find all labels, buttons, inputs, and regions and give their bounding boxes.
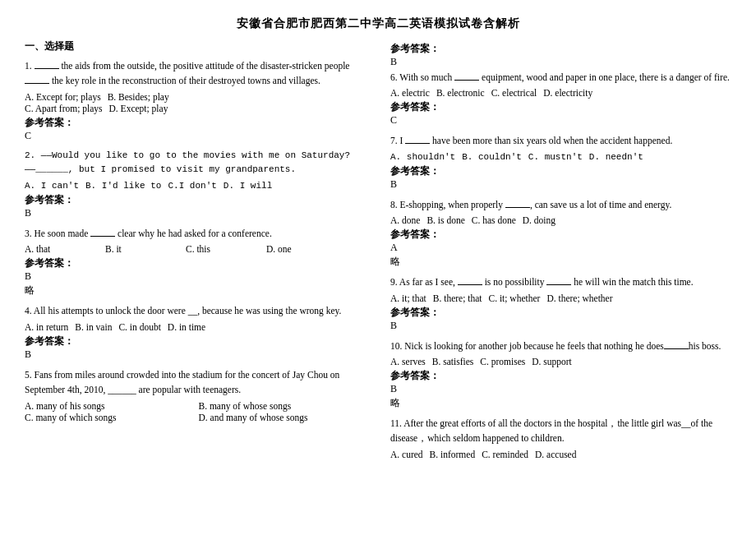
- q4-text: 4. All his attempts to unlock the door w…: [25, 303, 366, 318]
- q11-text: 11. After the great efforts of all the d…: [390, 416, 731, 446]
- question-3: 3. He soon made clear why he had asked f…: [25, 226, 366, 297]
- q10-options: A. serves B. satisfies C. promises D. su…: [390, 357, 731, 367]
- q1-options: A. Except for; plays B. Besides; play: [25, 92, 366, 102]
- q9-options: A. it; that B. there; that C. it; whethe…: [390, 293, 731, 303]
- page-title: 安徽省合肥市肥西第二中学高二英语模拟试卷含解析: [25, 16, 731, 31]
- question-8: 8. E-shopping, when properly , can save …: [390, 197, 731, 268]
- q9-answer-label: 参考答案：: [390, 306, 731, 320]
- q10-answer: B: [390, 383, 731, 395]
- q9-text: 9. As far as I see, is no possibility he…: [390, 274, 731, 289]
- q8-options: A. done B. is done C. has done D. doing: [390, 215, 731, 225]
- q3-text: 3. He soon made clear why he had asked f…: [25, 226, 366, 241]
- right-column: 参考答案： B 6. With so much equipment, wood …: [390, 39, 731, 466]
- q10-text: 10. Nick is looking for another job beca…: [390, 339, 731, 353]
- question-10: 10. Nick is looking for another job beca…: [390, 339, 731, 409]
- question-6: 6. With so much equipment, wood and pape…: [390, 70, 731, 127]
- q7-options: A. shouldn't B. couldn't C. mustn't D. n…: [390, 152, 731, 162]
- q8-text: 8. E-shopping, when properly , can save …: [390, 197, 731, 212]
- q4-answer-label: 参考答案：: [25, 334, 366, 348]
- q7-answer-label: 参考答案：: [390, 164, 731, 178]
- section1-title: 一、选择题: [25, 39, 366, 53]
- q3-answer-label: 参考答案：: [25, 256, 366, 270]
- q2-options: A. I can't B. I'd like to C.I don't D. I…: [25, 181, 366, 191]
- q1-answer: C: [25, 130, 366, 142]
- q10-answer-label: 参考答案：: [390, 369, 731, 383]
- q7-text: 7. I have been more than six years old w…: [390, 133, 731, 148]
- q5-options: A. many of his songs B. many of whose so…: [25, 401, 366, 422]
- q10-note: 略: [390, 397, 731, 409]
- q11-options: A. cured B. informed C. reminded D. accu…: [390, 450, 731, 459]
- q3-options: A. that B. it C. this D. one: [25, 244, 366, 254]
- q2-answer: B: [25, 207, 366, 219]
- q6-text: 6. With so much equipment, wood and pape…: [390, 70, 731, 85]
- right-answer-label: 参考答案：: [390, 42, 731, 56]
- question-1: 1. the aids from the outside, the positi…: [25, 58, 366, 142]
- question-9: 9. As far as I see, is no possibility he…: [390, 274, 731, 331]
- q3-note: 略: [25, 284, 366, 297]
- question-2: 2. ——Would you like to go to the movies …: [25, 149, 366, 219]
- q8-note: 略: [390, 256, 731, 268]
- q2-answer-label: 参考答案：: [25, 193, 366, 207]
- q6-options: A. electric B. electronic C. electrical …: [390, 88, 731, 98]
- q7-answer: B: [390, 178, 731, 191]
- q8-answer: A: [390, 242, 731, 254]
- q3-answer: B: [25, 270, 366, 283]
- q1-options2: C. Apart from; plays D. Except; play: [25, 104, 366, 113]
- q5-text: 5. Fans from miles around crowded into t…: [25, 367, 366, 398]
- question-4: 4. All his attempts to unlock the door w…: [25, 303, 366, 360]
- question-7: 7. I have been more than six years old w…: [390, 133, 731, 190]
- question-5: 5. Fans from miles around crowded into t…: [25, 367, 366, 422]
- right-answer-b: B: [390, 56, 731, 68]
- q4-options: A. in return B. in vain C. in doubt D. i…: [25, 322, 366, 332]
- q4-answer: B: [25, 348, 366, 361]
- q6-answer-label: 参考答案：: [390, 100, 731, 114]
- q2-text: 2. ——Would you like to go to the movies …: [25, 149, 366, 178]
- q1-answer-label: 参考答案：: [25, 116, 366, 130]
- q9-answer: B: [390, 320, 731, 332]
- q1-text: 1. the aids from the outside, the positi…: [25, 58, 366, 89]
- question-11: 11. After the great efforts of all the d…: [390, 416, 731, 459]
- q8-answer-label: 参考答案：: [390, 228, 731, 242]
- q6-answer: C: [390, 114, 731, 127]
- left-column: 一、选择题 1. the aids from the outside, the …: [25, 39, 366, 466]
